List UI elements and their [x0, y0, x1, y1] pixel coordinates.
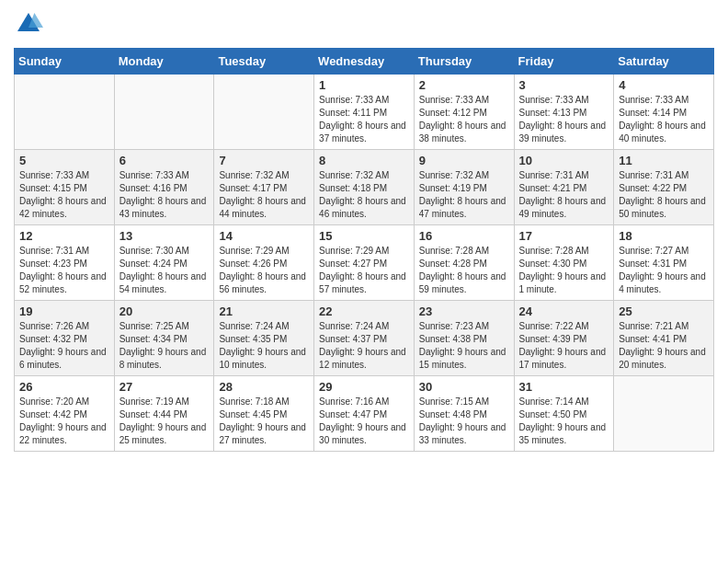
- day-info: Sunrise: 7:20 AM Sunset: 4:42 PM Dayligh…: [19, 396, 109, 447]
- calendar-cell: 19Sunrise: 7:26 AM Sunset: 4:32 PM Dayli…: [15, 301, 115, 376]
- calendar-cell: 14Sunrise: 7:29 AM Sunset: 4:26 PM Dayli…: [214, 225, 314, 301]
- day-number: 7: [219, 154, 309, 167]
- day-number: 11: [619, 154, 709, 167]
- day-number: 23: [419, 304, 509, 318]
- day-info: Sunrise: 7:31 AM Sunset: 4:23 PM Dayligh…: [19, 245, 109, 296]
- calendar-body: 1Sunrise: 7:33 AM Sunset: 4:11 PM Daylig…: [15, 75, 714, 452]
- day-info: Sunrise: 7:30 AM Sunset: 4:24 PM Dayligh…: [119, 245, 210, 296]
- day-info: Sunrise: 7:33 AM Sunset: 4:11 PM Dayligh…: [319, 94, 409, 145]
- day-info: Sunrise: 7:29 AM Sunset: 4:26 PM Dayligh…: [219, 245, 309, 296]
- calendar-cell: 4Sunrise: 7:33 AM Sunset: 4:14 PM Daylig…: [614, 75, 714, 150]
- calendar-cell: 22Sunrise: 7:24 AM Sunset: 4:37 PM Dayli…: [314, 301, 415, 376]
- calendar-cell: 7Sunrise: 7:32 AM Sunset: 4:17 PM Daylig…: [214, 150, 314, 225]
- day-info: Sunrise: 7:32 AM Sunset: 4:18 PM Dayligh…: [319, 169, 409, 221]
- weekday-header-saturday: Saturday: [614, 49, 714, 75]
- day-number: 14: [219, 229, 309, 243]
- weekday-header-friday: Friday: [514, 49, 614, 75]
- day-number: 12: [19, 229, 109, 243]
- calendar-cell: [214, 75, 314, 150]
- day-number: 10: [519, 154, 609, 167]
- calendar-cell: 2Sunrise: 7:33 AM Sunset: 4:12 PM Daylig…: [414, 75, 514, 150]
- day-number: 15: [319, 229, 409, 243]
- day-info: Sunrise: 7:19 AM Sunset: 4:44 PM Dayligh…: [119, 396, 210, 447]
- day-info: Sunrise: 7:21 AM Sunset: 4:41 PM Dayligh…: [619, 320, 709, 372]
- day-number: 30: [419, 380, 509, 394]
- calendar-cell: [15, 75, 115, 150]
- day-number: 22: [319, 304, 409, 318]
- day-number: 2: [419, 78, 509, 92]
- calendar-cell: 23Sunrise: 7:23 AM Sunset: 4:38 PM Dayli…: [414, 301, 514, 376]
- day-number: 18: [619, 229, 709, 243]
- calendar-cell: 10Sunrise: 7:31 AM Sunset: 4:21 PM Dayli…: [514, 150, 614, 225]
- calendar-cell: 3Sunrise: 7:33 AM Sunset: 4:13 PM Daylig…: [514, 75, 614, 150]
- calendar-cell: 26Sunrise: 7:20 AM Sunset: 4:42 PM Dayli…: [15, 376, 115, 452]
- day-info: Sunrise: 7:18 AM Sunset: 4:45 PM Dayligh…: [219, 396, 309, 447]
- day-info: Sunrise: 7:16 AM Sunset: 4:47 PM Dayligh…: [319, 396, 409, 447]
- calendar-cell: 20Sunrise: 7:25 AM Sunset: 4:34 PM Dayli…: [114, 301, 214, 376]
- day-info: Sunrise: 7:15 AM Sunset: 4:48 PM Dayligh…: [419, 396, 509, 447]
- day-info: Sunrise: 7:27 AM Sunset: 4:31 PM Dayligh…: [619, 245, 709, 296]
- calendar-week-1: 1Sunrise: 7:33 AM Sunset: 4:11 PM Daylig…: [15, 75, 714, 150]
- day-info: Sunrise: 7:29 AM Sunset: 4:27 PM Dayligh…: [319, 245, 409, 296]
- day-info: Sunrise: 7:26 AM Sunset: 4:32 PM Dayligh…: [19, 320, 109, 372]
- day-number: 6: [119, 154, 210, 167]
- weekday-header-sunday: Sunday: [15, 49, 115, 75]
- day-number: 31: [519, 380, 609, 394]
- calendar-cell: 16Sunrise: 7:28 AM Sunset: 4:28 PM Dayli…: [414, 225, 514, 301]
- calendar-cell: 31Sunrise: 7:14 AM Sunset: 4:50 PM Dayli…: [514, 376, 614, 452]
- day-number: 8: [319, 154, 409, 167]
- weekday-header-thursday: Thursday: [414, 49, 514, 75]
- calendar-cell: 30Sunrise: 7:15 AM Sunset: 4:48 PM Dayli…: [414, 376, 514, 452]
- day-number: 16: [419, 229, 509, 243]
- calendar-cell: 5Sunrise: 7:33 AM Sunset: 4:15 PM Daylig…: [15, 150, 115, 225]
- calendar-cell: 8Sunrise: 7:32 AM Sunset: 4:18 PM Daylig…: [314, 150, 415, 225]
- calendar-cell: 21Sunrise: 7:24 AM Sunset: 4:35 PM Dayli…: [214, 301, 314, 376]
- day-info: Sunrise: 7:25 AM Sunset: 4:34 PM Dayligh…: [119, 320, 210, 372]
- logo: [14, 9, 47, 39]
- calendar-week-3: 12Sunrise: 7:31 AM Sunset: 4:23 PM Dayli…: [15, 225, 714, 301]
- calendar-table: SundayMondayTuesdayWednesdayThursdayFrid…: [14, 48, 714, 452]
- calendar-cell: 6Sunrise: 7:33 AM Sunset: 4:16 PM Daylig…: [114, 150, 214, 225]
- day-number: 17: [519, 229, 609, 243]
- day-number: 26: [19, 380, 109, 394]
- calendar-week-2: 5Sunrise: 7:33 AM Sunset: 4:15 PM Daylig…: [15, 150, 714, 225]
- day-info: Sunrise: 7:33 AM Sunset: 4:14 PM Dayligh…: [619, 94, 709, 145]
- day-number: 24: [519, 304, 609, 318]
- calendar-cell: 24Sunrise: 7:22 AM Sunset: 4:39 PM Dayli…: [514, 301, 614, 376]
- page: SundayMondayTuesdayWednesdayThursdayFrid…: [0, 0, 728, 461]
- calendar-cell: 25Sunrise: 7:21 AM Sunset: 4:41 PM Dayli…: [614, 301, 714, 376]
- day-number: 21: [219, 304, 309, 318]
- calendar-cell: [614, 376, 714, 452]
- calendar-cell: 27Sunrise: 7:19 AM Sunset: 4:44 PM Dayli…: [114, 376, 214, 452]
- day-info: Sunrise: 7:33 AM Sunset: 4:12 PM Dayligh…: [419, 94, 509, 145]
- day-number: 1: [319, 78, 409, 92]
- day-info: Sunrise: 7:28 AM Sunset: 4:28 PM Dayligh…: [419, 245, 509, 296]
- weekday-header-wednesday: Wednesday: [314, 49, 415, 75]
- header: [14, 9, 714, 39]
- day-info: Sunrise: 7:22 AM Sunset: 4:39 PM Dayligh…: [519, 320, 609, 372]
- calendar-cell: 11Sunrise: 7:31 AM Sunset: 4:22 PM Dayli…: [614, 150, 714, 225]
- calendar-week-4: 19Sunrise: 7:26 AM Sunset: 4:32 PM Dayli…: [15, 301, 714, 376]
- calendar-cell: 9Sunrise: 7:32 AM Sunset: 4:19 PM Daylig…: [414, 150, 514, 225]
- day-info: Sunrise: 7:23 AM Sunset: 4:38 PM Dayligh…: [419, 320, 509, 372]
- calendar-cell: 13Sunrise: 7:30 AM Sunset: 4:24 PM Dayli…: [114, 225, 214, 301]
- logo-icon: [14, 9, 43, 39]
- day-info: Sunrise: 7:33 AM Sunset: 4:13 PM Dayligh…: [519, 94, 609, 145]
- day-info: Sunrise: 7:31 AM Sunset: 4:22 PM Dayligh…: [619, 169, 709, 221]
- day-number: 3: [519, 78, 609, 92]
- day-number: 20: [119, 304, 210, 318]
- calendar-header: SundayMondayTuesdayWednesdayThursdayFrid…: [15, 49, 714, 75]
- day-info: Sunrise: 7:33 AM Sunset: 4:16 PM Dayligh…: [119, 169, 210, 221]
- calendar-cell: 18Sunrise: 7:27 AM Sunset: 4:31 PM Dayli…: [614, 225, 714, 301]
- weekday-header-monday: Monday: [114, 49, 214, 75]
- calendar-week-5: 26Sunrise: 7:20 AM Sunset: 4:42 PM Dayli…: [15, 376, 714, 452]
- day-info: Sunrise: 7:24 AM Sunset: 4:37 PM Dayligh…: [319, 320, 409, 372]
- day-number: 28: [219, 380, 309, 394]
- day-number: 9: [419, 154, 509, 167]
- calendar-cell: 15Sunrise: 7:29 AM Sunset: 4:27 PM Dayli…: [314, 225, 415, 301]
- calendar-cell: 17Sunrise: 7:28 AM Sunset: 4:30 PM Dayli…: [514, 225, 614, 301]
- calendar-cell: [114, 75, 214, 150]
- day-info: Sunrise: 7:31 AM Sunset: 4:21 PM Dayligh…: [519, 169, 609, 221]
- day-number: 27: [119, 380, 210, 394]
- weekday-header-tuesday: Tuesday: [214, 49, 314, 75]
